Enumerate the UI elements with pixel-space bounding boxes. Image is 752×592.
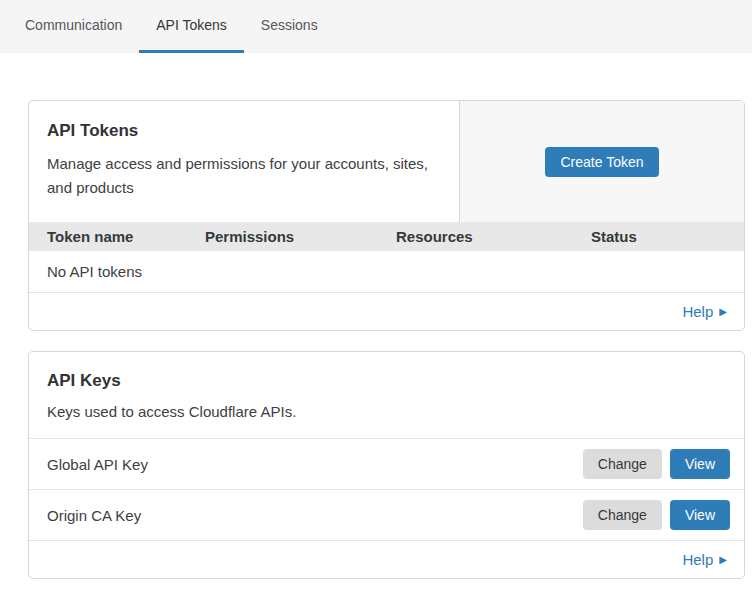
view-origin-ca-key-button[interactable]: View — [670, 500, 730, 530]
help-link-label: Help — [682, 551, 713, 568]
column-header-permissions: Permissions — [205, 228, 396, 245]
api-tokens-help-link[interactable]: Help ▶ — [682, 303, 727, 320]
tab-sessions[interactable]: Sessions — [244, 0, 335, 53]
api-tokens-description: Manage access and permissions for your a… — [47, 152, 441, 200]
key-row-origin-ca-key: Origin CA Key Change View — [29, 490, 744, 541]
tokens-empty-row: No API tokens — [29, 251, 744, 293]
key-name: Origin CA Key — [47, 507, 141, 524]
change-origin-ca-key-button[interactable]: Change — [583, 500, 662, 530]
create-token-button[interactable]: Create Token — [545, 147, 658, 177]
tab-bar: Communication API Tokens Sessions — [0, 0, 752, 53]
api-keys-description: Keys used to access Cloudflare APIs. — [47, 402, 726, 421]
key-row-global-api-key: Global API Key Change View — [29, 439, 744, 490]
view-global-api-key-button[interactable]: View — [670, 449, 730, 479]
api-keys-title: API Keys — [47, 371, 726, 391]
key-actions: Change View — [583, 449, 730, 479]
api-tokens-card-header: API Tokens Manage access and permissions… — [29, 101, 744, 222]
api-tokens-card-footer: Help ▶ — [29, 293, 744, 330]
change-global-api-key-button[interactable]: Change — [583, 449, 662, 479]
help-arrow-icon: ▶ — [719, 306, 727, 317]
api-keys-help-link[interactable]: Help ▶ — [682, 551, 727, 568]
help-arrow-icon: ▶ — [719, 554, 727, 565]
help-link-label: Help — [682, 303, 713, 320]
tokens-empty-message: No API tokens — [47, 263, 142, 280]
api-keys-card-header: API Keys Keys used to access Cloudflare … — [29, 352, 744, 439]
key-actions: Change View — [583, 500, 730, 530]
api-tokens-card: API Tokens Manage access and permissions… — [28, 100, 745, 331]
column-header-token-name: Token name — [29, 228, 205, 245]
column-header-resources: Resources — [396, 228, 591, 245]
api-keys-card-footer: Help ▶ — [29, 541, 744, 578]
key-name: Global API Key — [47, 456, 148, 473]
api-tokens-card-header-text: API Tokens Manage access and permissions… — [29, 101, 460, 222]
tab-api-tokens[interactable]: API Tokens — [139, 0, 244, 53]
api-tokens-title: API Tokens — [47, 121, 441, 141]
api-tokens-card-action-area: Create Token — [460, 101, 744, 222]
tab-communication[interactable]: Communication — [8, 0, 139, 53]
api-keys-card: API Keys Keys used to access Cloudflare … — [28, 351, 745, 579]
tokens-table-header-row: Token name Permissions Resources Status — [29, 222, 744, 251]
column-header-status: Status — [591, 228, 744, 245]
page: Communication API Tokens Sessions API To… — [0, 0, 752, 579]
